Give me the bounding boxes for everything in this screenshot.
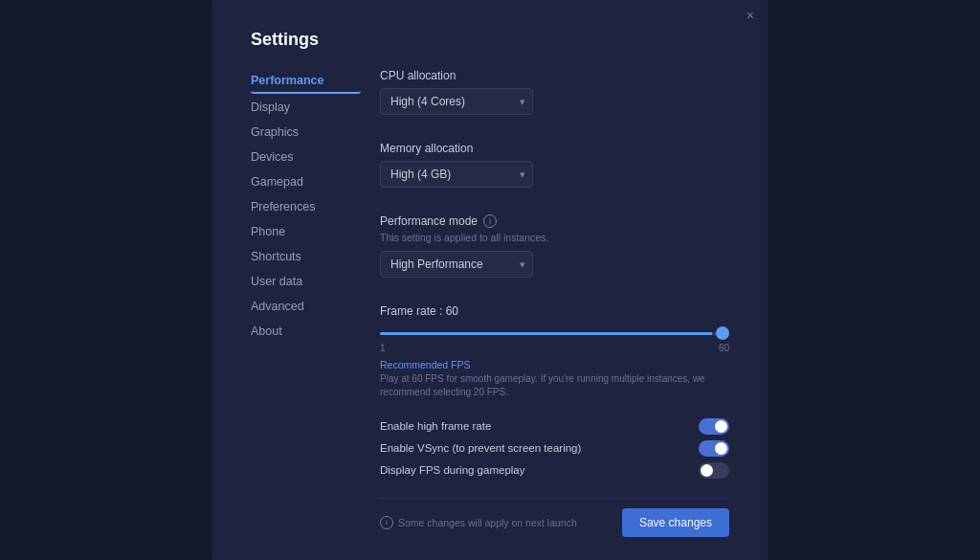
toggle-high-frame[interactable] — [699, 418, 729, 435]
toggle-display-fps-label: Display FPS during gameplay — [380, 464, 525, 476]
content-area: PerformanceDisplayGraphicsDevicesGamepad… — [251, 69, 729, 537]
memory-allocation-label: Memory allocation — [380, 142, 729, 155]
recommended-fps-desc: Play at 60 FPS for smooth gameplay. If y… — [380, 372, 729, 399]
sidebar-item-gamepad[interactable]: Gamepad — [251, 170, 361, 193]
toggle-display-fps-row: Display FPS during gameplay — [380, 462, 729, 479]
footer-info-icon: i — [380, 516, 393, 529]
performance-mode-select[interactable]: High Performance Balanced Power Saver — [380, 251, 533, 278]
cpu-allocation-group: CPU allocation High (4 Cores) Medium (2 … — [380, 69, 729, 128]
performance-mode-group: Performance mode i This setting is appli… — [380, 214, 729, 291]
sidebar-item-phone[interactable]: Phone — [251, 220, 361, 243]
toggle-high-frame-label: Enable high frame rate — [380, 420, 491, 432]
slider-container — [380, 322, 729, 339]
sidebar-item-preferences[interactable]: Preferences — [251, 195, 361, 218]
slider-max-label: 60 — [719, 343, 729, 353]
slider-labels: 1 60 — [380, 343, 729, 353]
toggle-vsync-label: Enable VSync (to prevent screen tearing) — [380, 442, 581, 454]
sidebar-item-about[interactable]: About — [251, 320, 361, 343]
sidebar-item-performance[interactable]: Performance — [251, 69, 361, 94]
settings-modal: × Settings PerformanceDisplayGraphicsDev… — [212, 0, 768, 560]
sidebar-item-devices[interactable]: Devices — [251, 146, 361, 168]
cpu-select[interactable]: High (4 Cores) Medium (2 Cores) Low (1 C… — [380, 88, 533, 115]
sidebar-item-graphics[interactable]: Graphics — [251, 121, 361, 144]
save-button[interactable]: Save changes — [622, 508, 729, 537]
footer-note: i Some changes will apply on next launch — [380, 516, 577, 529]
footer: i Some changes will apply on next launch… — [380, 498, 729, 537]
sidebar-item-display[interactable]: Display — [251, 96, 361, 119]
memory-select[interactable]: High (4 GB) Medium (2 GB) Low (1 GB) — [380, 161, 533, 188]
performance-mode-info-icon[interactable]: i — [483, 214, 497, 228]
modal-title: Settings — [251, 30, 729, 50]
cpu-allocation-label: CPU allocation — [380, 69, 729, 82]
performance-mode-label: Performance mode — [380, 214, 478, 228]
performance-mode-hint: This setting is applied to all instances… — [380, 232, 729, 243]
slider-min-label: 1 — [380, 343, 386, 353]
main-content: CPU allocation High (4 Cores) Medium (2 … — [361, 69, 729, 537]
memory-select-wrapper: High (4 GB) Medium (2 GB) Low (1 GB) — [380, 161, 533, 188]
frame-rate-slider[interactable] — [380, 332, 729, 335]
sidebar: PerformanceDisplayGraphicsDevicesGamepad… — [251, 69, 361, 537]
toggle-vsync[interactable] — [699, 440, 729, 457]
frame-rate-section: Frame rate : 60 1 60 Recommended FPS Pla… — [380, 304, 729, 409]
performance-mode-select-wrapper: High Performance Balanced Power Saver — [380, 251, 533, 278]
sidebar-item-user-data[interactable]: User data — [251, 270, 361, 293]
cpu-select-wrapper: High (4 Cores) Medium (2 Cores) Low (1 C… — [380, 88, 533, 115]
toggle-vsync-row: Enable VSync (to prevent screen tearing) — [380, 440, 729, 457]
sidebar-item-advanced[interactable]: Advanced — [251, 295, 361, 318]
frame-rate-label: Frame rate : 60 — [380, 304, 729, 318]
memory-allocation-group: Memory allocation High (4 GB) Medium (2 … — [380, 142, 729, 201]
close-button[interactable]: × — [746, 9, 754, 22]
recommended-fps-label: Recommended FPS — [380, 359, 729, 370]
sidebar-item-shortcuts[interactable]: Shortcuts — [251, 245, 361, 268]
footer-note-text: Some changes will apply on next launch — [398, 517, 577, 528]
performance-mode-header: Performance mode i — [380, 214, 729, 228]
toggle-display-fps[interactable] — [699, 462, 729, 479]
toggle-high-frame-row: Enable high frame rate — [380, 418, 729, 435]
